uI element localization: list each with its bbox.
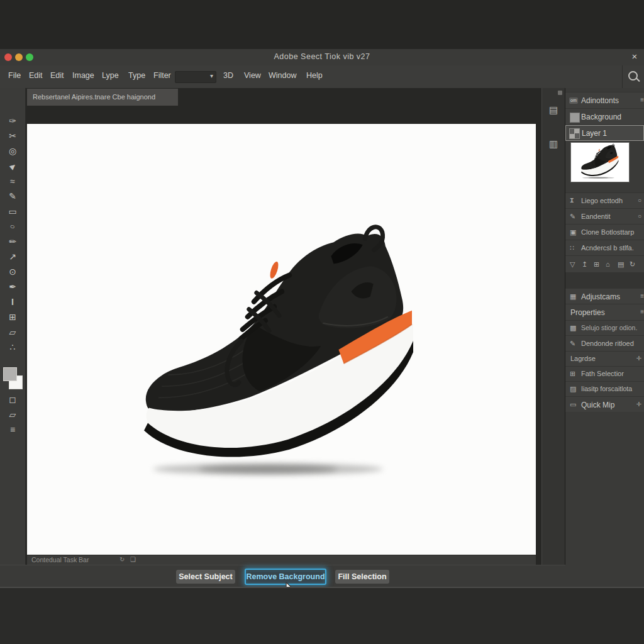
panel-row-label: Iiasitp forscaitlota (581, 385, 632, 392)
tool-icon[interactable]: ✒ (0, 282, 25, 291)
pencil-icon: ✎ (570, 340, 575, 348)
tool-icon[interactable]: ⊞ (0, 313, 25, 321)
menu-filter[interactable]: Filter (153, 71, 171, 80)
panel-row-acndercsl[interactable]: ∷ Acndercsl b stlfa. (565, 240, 644, 255)
tool-icon[interactable]: ▱ (0, 410, 25, 419)
rotate-icon[interactable]: ↻ (630, 260, 635, 269)
layer-thumbnail[interactable] (571, 143, 629, 182)
menu-edit-2[interactable]: Edit (50, 71, 64, 80)
tool-icon[interactable]: ✑ (0, 116, 25, 125)
filter-dropdown[interactable]: ▾ (175, 71, 216, 83)
panel-row-liego[interactable]: I Liego ecttodh ○ (565, 192, 644, 208)
tool-icon[interactable]: ◻ (0, 395, 25, 404)
layers-panel-header[interactable]: om Adinottonts ≡ (565, 92, 644, 108)
upload-icon[interactable]: ↥ (582, 260, 587, 269)
tool-icon[interactable]: ✏ (0, 237, 25, 246)
tool-icon[interactable]: ▭ (0, 207, 25, 216)
canvas[interactable] (27, 124, 536, 555)
home-icon[interactable]: ⌂ (606, 260, 610, 268)
adjustments-title: Adjustcams (581, 292, 620, 301)
contextual-task-bar-label: Contedual Task Bar (31, 556, 89, 564)
menu-help[interactable]: Help (306, 71, 323, 80)
panel-row-path-selector[interactable]: ⊞ Fath Selectior (565, 366, 644, 381)
transparency-checker-icon (569, 128, 580, 139)
right-panel: om Adinottonts ≡ Background Layer 1 I Li… (565, 88, 644, 587)
chevron-down-icon: ▾ (210, 72, 213, 79)
panel-row-label: Quick Mip (581, 401, 614, 409)
tool-icon[interactable]: ◎ (0, 147, 25, 155)
tool-icon[interactable]: ⊙ (0, 267, 25, 276)
title-bar: Adobe Seect Tiok vib v27 × (0, 49, 644, 66)
panel-row-dendonde[interactable]: ✎ Dendonde ritloed (565, 335, 644, 351)
histogram-panel-icon[interactable]: ▤ (542, 104, 565, 116)
panel-row-label: Lagrdse (570, 355, 596, 362)
ibeam-icon: I (570, 197, 574, 204)
export-icon[interactable]: ⊞ (594, 260, 599, 269)
search-button[interactable] (622, 65, 644, 88)
gear-circle-icon[interactable]: ○ (638, 197, 641, 204)
panel-row-selujo[interactable]: ▩ Selujo stiogr odion. (565, 320, 644, 335)
tool-icon[interactable]: ✂ (0, 131, 25, 140)
layers-badge: om (569, 97, 578, 104)
funnel-icon[interactable]: ▽ (570, 260, 575, 269)
panel-row-iiasitp[interactable]: ▨ Iiasitp forscaitlota (565, 381, 644, 396)
panel-icon-strip: ▽ ↥ ⊞ ⌂ ▤ ↻ (565, 255, 644, 272)
tool-icon[interactable]: ≈ (0, 177, 25, 186)
panel-menu-icon[interactable]: ≡ (640, 308, 644, 315)
tool-icon[interactable]: ≡ (0, 425, 25, 434)
document-tab[interactable]: Rebsertanel Aipires.tnare Cbe haignond (27, 89, 178, 106)
remove-background-button[interactable]: Remove Background (245, 569, 326, 585)
properties-panel-header[interactable]: Properties ≡ (565, 304, 644, 320)
menu-type[interactable]: Type (128, 71, 145, 80)
panel-row-clone-stamp[interactable]: ▣ Clone Botlosttarp (565, 224, 644, 240)
layer-row-layer1[interactable]: Layer 1 (565, 125, 644, 141)
grip-icon[interactable]: ❏ (130, 556, 136, 563)
select-subject-button[interactable]: Select Subject (176, 570, 235, 584)
search-icon (628, 71, 638, 80)
menu-bar: File Edit Edit Image Lype Type Filter ▾ … (0, 65, 644, 89)
clone-stamp-icon: ▣ (570, 228, 576, 236)
gear-circle-icon[interactable]: ○ (638, 213, 641, 219)
panel-row-label: Clone Botlosttarp (581, 228, 634, 236)
menu-view[interactable]: View (244, 71, 261, 80)
menu-lype[interactable]: Lype (102, 71, 119, 80)
layer-label: Background (581, 113, 621, 121)
adjustments-panel-header[interactable]: ▦ Adjustcams ≡ (565, 288, 644, 304)
tool-icon[interactable]: ✎ (0, 192, 25, 201)
action-bar: Select Subject Remove Background Fill Se… (0, 565, 565, 587)
panel-row-label: Liego ecttodh (581, 197, 623, 204)
menu-window[interactable]: Window (269, 71, 296, 80)
refresh-icon[interactable]: ↻ (119, 556, 125, 563)
close-icon[interactable]: × (629, 51, 640, 62)
layer-color-swatch (570, 113, 580, 123)
panel-menu-icon[interactable]: ≡ (640, 292, 644, 299)
hatch-icon: ▨ (570, 385, 576, 393)
panel-row-lagrdse[interactable]: Lagrdse ✛ (565, 351, 644, 366)
tool-icon[interactable]: ▱ (0, 328, 25, 336)
grid-icon: ▩ (570, 324, 576, 332)
tool-icon[interactable]: ↗ (0, 252, 25, 261)
foreground-color-swatch[interactable] (3, 367, 17, 381)
panel-menu-icon[interactable]: ≡ (640, 96, 644, 103)
sneaker-thumbnail (571, 143, 628, 180)
menu-file[interactable]: File (8, 71, 21, 80)
menu-3d[interactable]: 3D (223, 71, 233, 80)
panel-row-eandentit[interactable]: ✎ Eandentit ○ (565, 208, 644, 224)
menu-edit[interactable]: Edit (29, 71, 43, 80)
contextual-task-bar[interactable]: Contedual Task Bar ↻ ❏ (27, 555, 536, 565)
tools-sidebar: ✑ ✂ ◎ ► ≈ ✎ ▭ ○ ✏ ↗ ⊙ ✒ I ⊞ ▱ ∴ ◻ ▱ ≡ (0, 88, 26, 565)
tool-icon[interactable]: I (0, 297, 25, 306)
move-arrows-icon[interactable]: ✛ (636, 401, 641, 408)
path-selector-icon: ⊞ (570, 370, 575, 378)
panel-row-label: Fath Selectior (581, 370, 624, 377)
printer-icon[interactable]: ▤ (618, 260, 624, 269)
layer-row-background[interactable]: Background (565, 108, 644, 125)
move-arrows-icon[interactable]: ✛ (636, 355, 641, 362)
tool-icon[interactable]: ○ (0, 218, 25, 235)
panel-row-quick-mip[interactable]: ▭ Quick Mip ✛ (565, 396, 644, 412)
info-panel-icon[interactable]: ▥ (542, 138, 565, 150)
menu-image[interactable]: Image (72, 71, 94, 80)
tool-icon[interactable]: ∴ (0, 343, 25, 352)
tool-icon[interactable]: ► (0, 155, 25, 177)
fill-selection-button[interactable]: Fill Selection (335, 570, 389, 584)
